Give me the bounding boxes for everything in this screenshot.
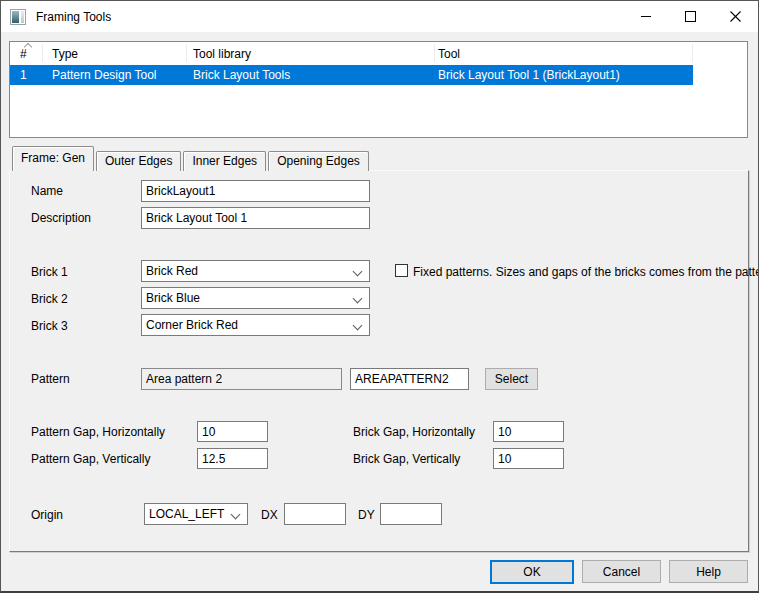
- tool-list-header: # Type Tool library Tool: [10, 42, 747, 65]
- column-header-type[interactable]: Type: [52, 47, 78, 61]
- chevron-down-icon: [353, 321, 363, 331]
- pattern-gap-h-input[interactable]: [197, 421, 268, 442]
- maximize-icon: [685, 11, 696, 22]
- brick2-label: Brick 2: [31, 292, 68, 306]
- brick3-dropdown[interactable]: Corner Brick Red: [141, 314, 370, 336]
- chevron-down-icon: [353, 267, 363, 277]
- tab-outer-edges[interactable]: Outer Edges: [96, 151, 181, 171]
- pattern-label: Pattern: [31, 372, 70, 386]
- column-header-tool[interactable]: Tool: [438, 47, 460, 61]
- pattern-code-field[interactable]: [350, 368, 469, 390]
- close-button[interactable]: [713, 1, 758, 32]
- column-header-library[interactable]: Tool library: [193, 47, 251, 61]
- tool-list: # Type Tool library Tool 1 Pattern Desig…: [9, 41, 748, 138]
- origin-value: LOCAL_LEFT: [149, 507, 224, 521]
- pattern-name-field: [141, 368, 342, 390]
- brick-gap-v-label: Brick Gap, Vertically: [353, 452, 460, 466]
- tab-opening-edges[interactable]: Opening Edges: [268, 151, 369, 171]
- column-header-num[interactable]: #: [20, 47, 27, 61]
- brick3-label: Brick 3: [31, 319, 68, 333]
- table-row-selected[interactable]: 1 Pattern Design Tool Brick Layout Tools…: [10, 65, 693, 85]
- brick-gap-h-label: Brick Gap, Horizontally: [353, 425, 475, 439]
- column-divider[interactable]: [186, 44, 187, 62]
- column-divider[interactable]: [42, 44, 43, 62]
- row-cell-tool: Brick Layout Tool 1 (BrickLayout1): [438, 68, 620, 82]
- name-label: Name: [31, 184, 63, 198]
- tab-page-frame-gen: [9, 170, 749, 552]
- column-divider[interactable]: [692, 44, 693, 62]
- fixed-patterns-label: Fixed patterns. Sizes and gaps of the br…: [413, 265, 759, 279]
- row-cell-num: 1: [20, 68, 27, 82]
- origin-label: Origin: [31, 508, 63, 522]
- close-icon: [730, 11, 741, 22]
- maximize-button[interactable]: [668, 1, 713, 32]
- brick2-dropdown[interactable]: Brick Blue: [141, 287, 370, 309]
- brick3-value: Corner Brick Red: [146, 318, 238, 332]
- column-divider[interactable]: [434, 44, 435, 62]
- chevron-down-icon: [353, 294, 363, 304]
- minimize-button[interactable]: [623, 1, 668, 32]
- ok-button[interactable]: OK: [490, 560, 574, 584]
- row-cell-library: Brick Layout Tools: [193, 68, 290, 82]
- tab-frame-gen[interactable]: Frame: Gen: [12, 146, 94, 171]
- brick1-label: Brick 1: [31, 265, 68, 279]
- pattern-gap-v-input[interactable]: [197, 448, 268, 469]
- dy-input[interactable]: [380, 503, 442, 525]
- description-input[interactable]: [141, 207, 370, 229]
- brick-gap-v-input[interactable]: [493, 448, 564, 469]
- dx-label: DX: [261, 508, 278, 522]
- origin-dropdown[interactable]: LOCAL_LEFT: [144, 503, 248, 525]
- title-bar: Framing Tools: [1, 1, 758, 32]
- window-title: Framing Tools: [36, 10, 111, 24]
- chevron-down-icon: [231, 510, 241, 520]
- app-icon: [10, 9, 26, 25]
- fixed-patterns-checkbox[interactable]: [395, 264, 408, 277]
- dx-input[interactable]: [284, 503, 346, 525]
- tab-inner-edges[interactable]: Inner Edges: [183, 151, 266, 171]
- pattern-gap-h-label: Pattern Gap, Horizontally: [31, 425, 165, 439]
- dy-label: DY: [358, 508, 375, 522]
- pattern-select-button[interactable]: Select: [485, 368, 538, 390]
- row-cell-type: Pattern Design Tool: [52, 68, 157, 82]
- brick2-value: Brick Blue: [146, 291, 200, 305]
- brick1-dropdown[interactable]: Brick Red: [141, 260, 370, 282]
- cancel-button[interactable]: Cancel: [582, 560, 661, 583]
- description-label: Description: [31, 211, 91, 225]
- framing-tools-dialog: Framing Tools # Type Tool library Tool: [0, 0, 759, 593]
- tab-strip: Frame: Gen Outer Edges Inner Edges Openi…: [12, 147, 371, 171]
- help-button[interactable]: Help: [669, 560, 748, 583]
- brick1-value: Brick Red: [146, 264, 198, 278]
- name-input[interactable]: [141, 180, 370, 202]
- pattern-gap-v-label: Pattern Gap, Vertically: [31, 452, 150, 466]
- brick-gap-h-input[interactable]: [493, 421, 564, 442]
- minimize-icon: [641, 16, 651, 17]
